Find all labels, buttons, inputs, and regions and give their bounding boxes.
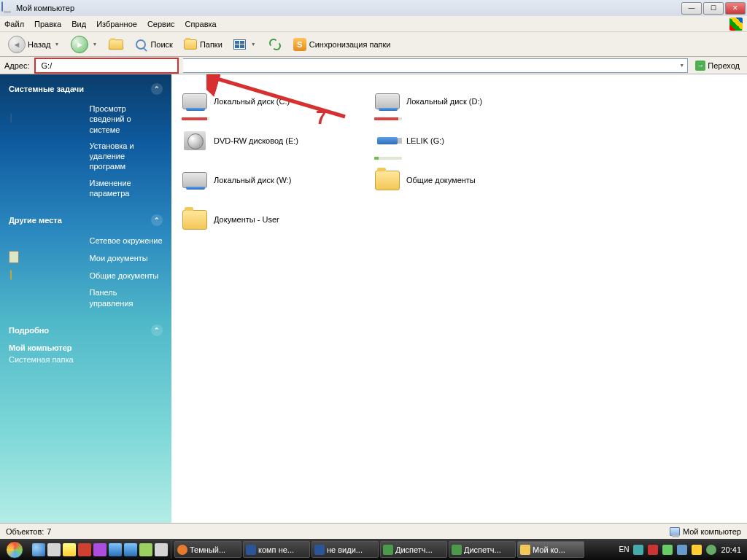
task-button[interactable]: Диспетч... <box>380 541 447 558</box>
drive-label: Локальный диск (W:) <box>214 176 291 184</box>
views-button[interactable]: ▼ <box>229 35 261 54</box>
drive-item[interactable]: Локальный диск (W:) <box>179 163 368 197</box>
task-button[interactable]: Диспетч... <box>449 541 516 558</box>
taskbar: Темный...комп не...не види...Диспетч...Д… <box>0 539 747 560</box>
back-label: Назад <box>28 40 51 49</box>
drive-label: Документы - User <box>214 215 279 224</box>
quick-launch-icon[interactable] <box>139 543 152 556</box>
tray-icon[interactable] <box>662 545 673 555</box>
folder-up-icon <box>109 37 123 52</box>
sidebar-item-add-remove[interactable]: Установка и удаление программ <box>0 138 171 175</box>
task-label: Диспетч... <box>395 545 433 554</box>
quick-launch-icon[interactable] <box>78 543 91 556</box>
language-indicator[interactable]: EN <box>619 545 630 553</box>
panel-details[interactable]: Подробно ⌃ <box>0 320 171 341</box>
maximize-button[interactable]: ☐ <box>703 2 724 15</box>
drive-label: Локальный диск (D:) <box>406 97 482 106</box>
quick-launch-icon[interactable] <box>47 543 61 556</box>
menu-tools[interactable]: Сервис <box>147 20 175 28</box>
task-button[interactable]: Мой ко... <box>517 541 584 558</box>
menu-edit[interactable]: Правка <box>34 20 61 28</box>
quick-launch-icon[interactable] <box>32 543 45 556</box>
sidebar-item-label: Мои документы <box>90 253 163 263</box>
drive-icon <box>373 88 402 114</box>
panel-other-places[interactable]: Другие места ⌃ <box>0 210 171 230</box>
quick-launch <box>29 540 171 559</box>
task-app-icon <box>177 545 187 555</box>
folders-button[interactable]: Папки <box>179 35 226 54</box>
task-app-icon <box>452 545 462 555</box>
tray-icon[interactable] <box>633 545 643 555</box>
back-button[interactable]: ◄ Назад ▼ <box>4 35 64 54</box>
clock[interactable]: 20:41 <box>721 545 741 554</box>
sidebar-item-change-setting[interactable]: Изменение параметра <box>0 175 171 202</box>
quick-launch-icon[interactable] <box>93 543 107 556</box>
forward-button[interactable]: ► ▼ <box>67 35 102 54</box>
drive-label: Общие документы <box>406 176 476 184</box>
tray-icon[interactable] <box>648 545 658 555</box>
tray-icon[interactable] <box>706 545 716 555</box>
window-icon <box>1 2 13 14</box>
sync-icon: S <box>293 37 307 52</box>
task-button[interactable]: комп не... <box>243 541 310 558</box>
up-button[interactable] <box>105 35 127 54</box>
task-button[interactable]: не види... <box>311 541 379 558</box>
task-label: Мой ко... <box>533 545 565 554</box>
task-app-icon <box>246 545 256 555</box>
quick-launch-icon[interactable] <box>155 543 168 556</box>
search-button[interactable]: Поиск <box>130 35 176 54</box>
drive-item[interactable]: Локальный диск (D:) <box>371 85 561 118</box>
collapse-icon: ⌃ <box>151 83 163 95</box>
drive-item[interactable]: Документы - User <box>179 203 368 236</box>
menu-view[interactable]: Вид <box>71 20 86 28</box>
tray-icon[interactable] <box>677 545 687 555</box>
details-name: Мой компьютер <box>0 341 171 355</box>
explorer-window: Мой компьютер — ☐ ✕ Файл Правка Вид Избр… <box>0 0 747 539</box>
sidebar-item-system-info[interactable]: Просмотр сведений о системе <box>0 101 171 138</box>
drive-item[interactable]: DVD-RW дисковод (E:) <box>179 124 368 158</box>
drive-icon <box>180 167 209 193</box>
sync-button[interactable]: S Синхронизация папки <box>289 35 395 54</box>
address-input[interactable] <box>36 59 177 72</box>
menu-file[interactable]: Файл <box>4 20 24 28</box>
drive-item[interactable]: Общие документы <box>371 163 561 197</box>
usb-icon <box>373 128 402 154</box>
go-label: Переход <box>708 61 740 70</box>
address-dropdown[interactable]: ▼ <box>183 58 689 73</box>
statusbar: Объектов: 7 Мой компьютер <box>0 523 747 539</box>
folder-icon <box>373 167 402 193</box>
drive-item[interactable]: LELIK (G:) <box>371 124 561 158</box>
close-button[interactable]: ✕ <box>725 2 746 15</box>
sidebar-item-shared-documents[interactable]: Общие документы <box>0 267 171 284</box>
titlebar[interactable]: Мой компьютер — ☐ ✕ <box>0 0 747 16</box>
start-button[interactable] <box>0 539 29 560</box>
sidebar-item-network[interactable]: Сетевое окружение <box>0 232 171 249</box>
addressbar: Адрес: ▼ → Переход <box>0 57 747 74</box>
sidebar-item-my-documents[interactable]: Мои документы <box>0 249 171 267</box>
menu-help[interactable]: Справка <box>185 20 217 28</box>
refresh-button[interactable] <box>264 35 286 54</box>
status-location: Мой компьютер <box>683 527 741 536</box>
task-app-icon <box>383 545 393 555</box>
search-icon <box>133 37 148 52</box>
collapse-icon: ⌃ <box>151 324 163 336</box>
refresh-icon <box>268 37 282 52</box>
computer-icon <box>670 527 680 536</box>
minimize-button[interactable]: — <box>681 2 702 15</box>
go-button[interactable]: → Переход <box>692 58 743 73</box>
sidebar: Системные задачи ⌃ Просмотр сведений о с… <box>0 74 171 523</box>
quick-launch-icon[interactable] <box>63 543 76 556</box>
gear-icon <box>10 182 84 194</box>
sidebar-item-label: Установка и удаление программ <box>90 141 163 172</box>
file-view[interactable]: 7 Локальный диск (C:)Локальный диск (D:)… <box>171 74 747 523</box>
drive-item[interactable]: Локальный диск (C:) <box>179 85 368 118</box>
sidebar-item-control-panel[interactable]: Панель управления <box>0 284 171 311</box>
quick-launch-icon[interactable] <box>109 543 122 556</box>
task-label: Темный... <box>190 545 225 554</box>
menu-favorites[interactable]: Избранное <box>96 20 137 28</box>
tray-icon[interactable] <box>692 545 702 555</box>
quick-launch-icon[interactable] <box>124 543 137 556</box>
panel-system-tasks[interactable]: Системные задачи ⌃ <box>0 79 171 99</box>
task-button[interactable]: Темный... <box>174 541 241 558</box>
box-icon <box>10 150 84 162</box>
